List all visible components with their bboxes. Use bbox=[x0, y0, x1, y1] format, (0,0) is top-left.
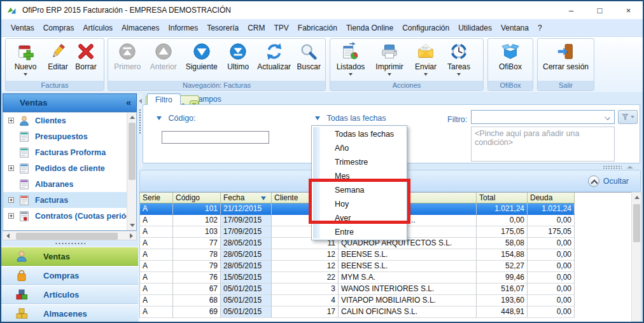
fecha-filter-dropdown[interactable]: Todas las fechas bbox=[315, 112, 386, 123]
tree-horizontal-scrollbar[interactable] bbox=[3, 231, 137, 240]
menu-item[interactable]: Ventas bbox=[6, 21, 39, 35]
search-icon bbox=[299, 42, 318, 61]
tree-item-facturas-proforma[interactable]: Facturas Proforma bbox=[3, 144, 136, 160]
menu-item[interactable]: Configuración bbox=[398, 21, 454, 35]
menu-item[interactable]: Compras bbox=[39, 21, 79, 35]
nuevo-button[interactable]: Nuevo bbox=[7, 40, 44, 81]
date-menu-item[interactable]: Entre bbox=[312, 225, 407, 239]
table-row[interactable]: A 79 28/05/2015 12 BEENSE S.L. 52,27 0,0… bbox=[139, 261, 631, 272]
scrollbar-thumb[interactable] bbox=[129, 123, 136, 180]
expand-icon[interactable] bbox=[8, 118, 14, 123]
button-label: Editar bbox=[48, 62, 67, 71]
filter-condition-box[interactable]: <Pinche aquí para añadir una condición> bbox=[471, 127, 615, 162]
menu-item[interactable]: Artículos bbox=[78, 21, 117, 35]
filtro-combobox[interactable] bbox=[471, 110, 615, 124]
scroll-right-icon[interactable] bbox=[130, 233, 133, 238]
sidebar-module-ventas[interactable]: Ventas bbox=[1, 247, 138, 266]
next-record-icon bbox=[192, 42, 211, 61]
table-vertical-scrollbar[interactable] bbox=[631, 192, 641, 322]
condition-placeholder: <Pinche aquí para añadir una condición> bbox=[475, 129, 579, 147]
tree-item-presupuestos[interactable]: Presupuestos bbox=[3, 128, 136, 144]
collapse-up-icon[interactable] bbox=[627, 166, 633, 168]
imprimir-button[interactable]: Imprimir bbox=[370, 40, 409, 81]
tree-vertical-scrollbar[interactable] bbox=[127, 113, 136, 230]
column-header-codigo[interactable]: Código bbox=[173, 193, 221, 203]
table-row[interactable]: A 67 05/01/2015 3 WANOS INTERIORES S.L. … bbox=[139, 284, 631, 295]
primero-button: Primero bbox=[109, 40, 146, 81]
expand-icon[interactable] bbox=[8, 197, 14, 203]
warehouse-boxes-icon bbox=[15, 307, 28, 320]
column-header-serie[interactable]: Serie bbox=[139, 193, 173, 203]
table-row[interactable]: A 69 05/01/2015 17 CALIN OFICINAS S.L. 4… bbox=[139, 306, 631, 318]
ultimo-button[interactable]: Ultimo bbox=[221, 40, 255, 81]
column-header-total[interactable]: Total bbox=[477, 193, 528, 203]
expand-icon[interactable] bbox=[8, 165, 14, 171]
maximize-button[interactable]: □ bbox=[585, 1, 614, 19]
scrollbar-thumb[interactable] bbox=[633, 204, 640, 242]
siguiente-button[interactable]: Siguiente bbox=[181, 40, 221, 81]
menu-item[interactable]: Informes bbox=[164, 21, 202, 35]
tab-filtro[interactable]: Filtro bbox=[147, 93, 181, 105]
sidebar-module-articulos[interactable]: Artículos bbox=[1, 285, 138, 304]
date-menu-item[interactable]: Trimestre bbox=[312, 155, 407, 169]
ocultar-button[interactable]: Ocultar bbox=[588, 175, 629, 187]
sidebar-module-compras[interactable]: Compras bbox=[1, 266, 138, 285]
scroll-down-icon[interactable] bbox=[130, 224, 135, 227]
date-menu-item[interactable]: Mes bbox=[312, 169, 407, 183]
scroll-up-icon[interactable] bbox=[634, 196, 640, 199]
button-label: Imprimir bbox=[375, 62, 403, 71]
date-menu-item[interactable]: Año bbox=[312, 141, 407, 155]
field-dropdown-icon[interactable] bbox=[157, 116, 162, 120]
date-menu-item[interactable]: Hoy bbox=[312, 197, 407, 211]
cerrar-sesion-button[interactable]: Cerrar sesión bbox=[539, 40, 592, 81]
sidebar-module-almacenes[interactable]: Almacenes bbox=[1, 304, 138, 323]
menu-item[interactable]: ? bbox=[533, 21, 547, 35]
sort-descending-icon bbox=[261, 196, 266, 200]
codigo-input[interactable] bbox=[162, 131, 269, 144]
scroll-left-icon[interactable] bbox=[6, 233, 10, 238]
tree-item-clientes[interactable]: Clientes bbox=[3, 113, 136, 128]
tree-item-contratos[interactable]: Contratos (Cuotas periódica bbox=[3, 208, 136, 224]
date-menu-item[interactable]: Ayer bbox=[312, 211, 407, 225]
minimize-button[interactable]: – bbox=[557, 1, 585, 19]
chevron-down-icon[interactable] bbox=[605, 114, 610, 120]
document-teal-icon bbox=[18, 131, 30, 142]
menu-item[interactable]: Utilidades bbox=[454, 21, 496, 35]
editar-button[interactable]: Editar bbox=[44, 40, 72, 81]
enviar-button[interactable]: Enviar bbox=[409, 40, 442, 81]
collapse-sidebar-button[interactable]: « bbox=[126, 97, 131, 107]
buscar-button[interactable]: Buscar bbox=[293, 40, 324, 81]
table-row[interactable]: A 76 15/05/2015 22 MYM S.A. 99,46 0,00 bbox=[139, 272, 631, 284]
ribbon-group-ofibox: OfiBox OfiBox bbox=[487, 38, 533, 91]
collapse-circle-icon[interactable] bbox=[588, 175, 599, 187]
menu-item[interactable]: Almacenes bbox=[117, 21, 164, 35]
tree-item-facturas[interactable]: Facturas bbox=[3, 192, 136, 208]
actualizar-button[interactable]: Actualizar bbox=[255, 40, 293, 81]
scroll-up-icon[interactable] bbox=[130, 116, 135, 119]
table-row[interactable]: A 78 28/05/2015 12 BEENSE S.L. 154,88 0,… bbox=[139, 249, 631, 261]
close-button[interactable]: × bbox=[614, 1, 643, 19]
filtro-input[interactable] bbox=[472, 111, 599, 123]
date-menu-item[interactable]: Todas las fechas bbox=[312, 127, 407, 141]
menu-item[interactable]: Tienda Online bbox=[342, 21, 398, 35]
borrar-button[interactable]: Borrar bbox=[72, 40, 100, 81]
tree-item-albaranes[interactable]: Albaranes bbox=[3, 176, 136, 192]
menu-item[interactable]: Tesorería bbox=[202, 21, 243, 35]
column-header-deuda[interactable]: Deuda bbox=[528, 193, 575, 203]
ofibox-button[interactable]: OfiBox bbox=[490, 40, 531, 81]
menu-item[interactable]: TPV bbox=[270, 21, 293, 35]
date-menu-item[interactable]: Semana bbox=[312, 183, 407, 197]
column-header-fecha[interactable]: Fecha bbox=[221, 193, 272, 203]
dropdown-caret-icon bbox=[24, 73, 27, 76]
scrollbar-thumb[interactable] bbox=[16, 233, 118, 240]
expand-icon[interactable] bbox=[8, 213, 14, 219]
menu-item[interactable]: CRM bbox=[243, 21, 269, 35]
menu-item[interactable]: Ventana bbox=[496, 21, 533, 35]
table-row[interactable]: A 68 05/01/2015 4 VITAPOP MOBILIARIO S.L… bbox=[139, 295, 631, 306]
tareas-button[interactable]: Tareas bbox=[442, 40, 475, 81]
listados-button[interactable]: Listados bbox=[332, 40, 370, 81]
menu-item[interactable]: Fabricación bbox=[293, 21, 342, 35]
tree-item-pedidos[interactable]: Pedidos de cliente bbox=[3, 160, 136, 176]
sidebar-splitter-handle[interactable] bbox=[3, 240, 137, 247]
panel-splitter-handle[interactable] bbox=[603, 165, 641, 170]
